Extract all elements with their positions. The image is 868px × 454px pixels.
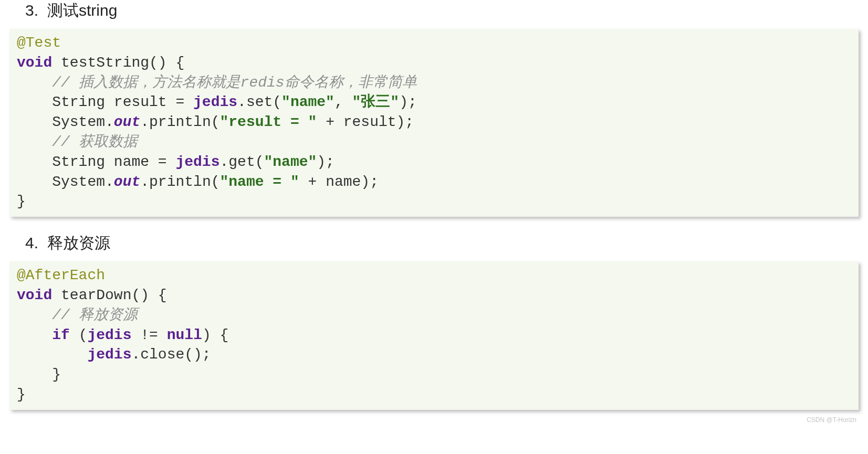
annotation-aftereach: @AfterEach [17, 267, 105, 283]
annotation-test: @Test [17, 35, 61, 51]
code-text: ); [399, 94, 417, 110]
field-jedis: jedis [175, 154, 219, 170]
code-text: .println( [140, 114, 219, 130]
code-text: System. [17, 174, 114, 190]
string-literal: "张三" [352, 94, 400, 110]
comment-release: // 释放资源 [17, 307, 138, 323]
code-text: + result); [317, 114, 414, 130]
field-jedis: jedis [87, 327, 131, 343]
code-text: .close(); [131, 346, 211, 363]
string-literal: "result = " [220, 114, 317, 130]
code-text: .set( [237, 94, 281, 110]
string-literal: "name" [264, 154, 317, 170]
string-literal: "name" [281, 94, 334, 110]
keyword-null: null [167, 327, 202, 343]
code-block-tear-down: @AfterEach void tearDown() { // 释放资源 if … [9, 261, 859, 410]
field-jedis: jedis [193, 94, 237, 110]
section-title: 释放资源 [47, 233, 110, 254]
section-heading-4: 4. 释放资源 [25, 233, 868, 254]
document-container: 3. 测试string @Test void testString() { //… [0, 0, 868, 424]
field-out: out [114, 114, 140, 130]
code-text: ( [70, 327, 88, 343]
code-text: .println( [140, 174, 219, 190]
section-number: 3. [25, 2, 47, 19]
code-text: } [17, 386, 26, 403]
section-number: 4. [25, 234, 47, 252]
code-text: String name = [17, 154, 175, 170]
code-text: ); [317, 154, 334, 170]
code-text: String result = [17, 94, 193, 110]
comment-insert-data: // 插入数据，方法名称就是redis命令名称，非常简单 [17, 75, 417, 91]
keyword-void: void [17, 287, 52, 303]
code-text: ) { [202, 327, 228, 343]
keyword-if: if [52, 327, 70, 343]
code-text: } [17, 193, 26, 209]
field-out: out [114, 174, 140, 190]
code-text: tearDown() { [52, 287, 166, 303]
code-text: , [334, 94, 352, 110]
comment-get-data: // 获取数据 [17, 134, 138, 150]
code-text: testString() { [52, 55, 184, 71]
code-text: != [131, 327, 166, 343]
code-text [17, 327, 52, 343]
code-text: + name); [299, 174, 379, 190]
code-text: .get( [219, 154, 264, 170]
code-text: System. [17, 114, 114, 130]
string-literal: "name = " [220, 174, 299, 190]
section-title: 测试string [47, 0, 117, 22]
section-heading-3: 3. 测试string [25, 0, 868, 22]
field-jedis: jedis [87, 346, 131, 363]
code-text [17, 346, 87, 363]
keyword-void: void [17, 55, 52, 71]
code-block-test-string: @Test void testString() { // 插入数据，方法名称就是… [9, 29, 859, 217]
code-text: } [17, 366, 61, 383]
watermark: CSDN @T-Horizn [0, 416, 856, 424]
